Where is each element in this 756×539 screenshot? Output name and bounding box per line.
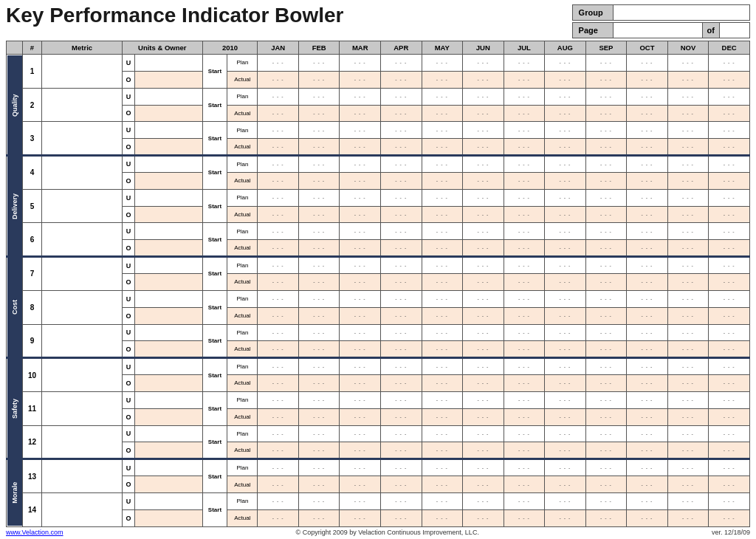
actual-month-jan[interactable]: - - -	[258, 240, 299, 257]
plan-month-sep[interactable]: - - -	[585, 122, 627, 139]
actual-month-jul[interactable]: - - -	[504, 71, 545, 88]
actual-month-apr[interactable]: - - -	[381, 476, 422, 493]
plan-month-dec[interactable]: - - -	[709, 290, 750, 307]
plan-month-aug[interactable]: - - -	[545, 223, 586, 240]
plan-month-may[interactable]: - - -	[422, 122, 463, 139]
actual-month-jul[interactable]: - - -	[504, 172, 545, 189]
plan-month-aug[interactable]: - - -	[545, 492, 586, 509]
actual-month-dec[interactable]: - - -	[709, 273, 750, 290]
plan-month-jun[interactable]: - - -	[463, 324, 504, 341]
actual-month-dec[interactable]: - - -	[709, 509, 750, 526]
actual-month-jun[interactable]: - - -	[463, 442, 504, 459]
plan-month-jul[interactable]: - - -	[504, 257, 545, 274]
actual-month-nov[interactable]: - - -	[667, 139, 709, 156]
plan-month-feb[interactable]: - - -	[298, 257, 340, 274]
plan-month-apr[interactable]: - - -	[381, 290, 422, 307]
plan-month-apr[interactable]: - - -	[381, 257, 422, 274]
plan-month-jan[interactable]: - - -	[258, 290, 299, 307]
unit-value[interactable]	[134, 492, 202, 509]
actual-month-feb[interactable]: - - -	[298, 139, 340, 156]
actual-month-aug[interactable]: - - -	[545, 509, 586, 526]
actual-month-aug[interactable]: - - -	[545, 307, 586, 324]
actual-month-feb[interactable]: - - -	[298, 71, 340, 88]
plan-month-sep[interactable]: - - -	[585, 257, 627, 274]
plan-month-nov[interactable]: - - -	[667, 156, 709, 173]
actual-month-jun[interactable]: - - -	[463, 341, 504, 358]
metric-cell[interactable]	[42, 55, 123, 89]
unit-value[interactable]	[134, 55, 202, 72]
metric-cell[interactable]	[42, 290, 123, 324]
owner-value[interactable]	[134, 71, 202, 88]
plan-month-jun[interactable]: - - -	[463, 492, 504, 509]
actual-month-apr[interactable]: - - -	[381, 442, 422, 459]
plan-month-apr[interactable]: - - -	[381, 391, 422, 408]
plan-month-aug[interactable]: - - -	[545, 88, 586, 105]
actual-month-nov[interactable]: - - -	[667, 273, 709, 290]
actual-month-apr[interactable]: - - -	[381, 509, 422, 526]
actual-month-apr[interactable]: - - -	[381, 139, 422, 156]
plan-month-sep[interactable]: - - -	[585, 223, 627, 240]
actual-month-jul[interactable]: - - -	[504, 509, 545, 526]
plan-month-jan[interactable]: - - -	[258, 425, 299, 442]
actual-month-jun[interactable]: - - -	[463, 509, 504, 526]
plan-month-jan[interactable]: - - -	[258, 324, 299, 341]
plan-month-jan[interactable]: - - -	[258, 223, 299, 240]
actual-month-jan[interactable]: - - -	[258, 139, 299, 156]
actual-month-jun[interactable]: - - -	[463, 71, 504, 88]
actual-month-mar[interactable]: - - -	[340, 509, 381, 526]
actual-month-jun[interactable]: - - -	[463, 206, 504, 223]
actual-month-feb[interactable]: - - -	[298, 375, 340, 392]
actual-month-may[interactable]: - - -	[422, 240, 463, 257]
actual-month-jul[interactable]: - - -	[504, 408, 545, 425]
plan-month-jan[interactable]: - - -	[258, 55, 299, 72]
plan-month-oct[interactable]: - - -	[627, 55, 668, 72]
plan-month-oct[interactable]: - - -	[627, 425, 668, 442]
actual-month-apr[interactable]: - - -	[381, 408, 422, 425]
actual-month-oct[interactable]: - - -	[627, 273, 668, 290]
actual-month-jan[interactable]: - - -	[258, 476, 299, 493]
plan-month-sep[interactable]: - - -	[585, 425, 627, 442]
plan-month-feb[interactable]: - - -	[298, 425, 340, 442]
actual-month-feb[interactable]: - - -	[298, 509, 340, 526]
plan-month-apr[interactable]: - - -	[381, 223, 422, 240]
actual-month-mar[interactable]: - - -	[340, 442, 381, 459]
actual-month-nov[interactable]: - - -	[667, 105, 709, 122]
owner-value[interactable]	[134, 408, 202, 425]
actual-month-may[interactable]: - - -	[422, 408, 463, 425]
actual-month-oct[interactable]: - - -	[627, 341, 668, 358]
plan-month-nov[interactable]: - - -	[667, 425, 709, 442]
actual-month-feb[interactable]: - - -	[298, 408, 340, 425]
plan-month-dec[interactable]: - - -	[709, 425, 750, 442]
plan-month-apr[interactable]: - - -	[381, 122, 422, 139]
actual-month-sep[interactable]: - - -	[585, 442, 627, 459]
actual-month-jan[interactable]: - - -	[258, 206, 299, 223]
plan-month-oct[interactable]: - - -	[627, 223, 668, 240]
plan-month-mar[interactable]: - - -	[340, 223, 381, 240]
plan-month-may[interactable]: - - -	[422, 425, 463, 442]
plan-month-jan[interactable]: - - -	[258, 88, 299, 105]
actual-month-apr[interactable]: - - -	[381, 341, 422, 358]
plan-month-mar[interactable]: - - -	[340, 391, 381, 408]
metric-cell[interactable]	[42, 459, 123, 493]
actual-month-dec[interactable]: - - -	[709, 172, 750, 189]
actual-month-aug[interactable]: - - -	[545, 71, 586, 88]
plan-month-jun[interactable]: - - -	[463, 223, 504, 240]
actual-month-mar[interactable]: - - -	[340, 206, 381, 223]
plan-month-dec[interactable]: - - -	[709, 55, 750, 72]
plan-month-feb[interactable]: - - -	[298, 223, 340, 240]
actual-month-sep[interactable]: - - -	[585, 408, 627, 425]
actual-month-sep[interactable]: - - -	[585, 105, 627, 122]
plan-month-nov[interactable]: - - -	[667, 257, 709, 274]
owner-value[interactable]	[134, 375, 202, 392]
actual-month-aug[interactable]: - - -	[545, 375, 586, 392]
plan-month-oct[interactable]: - - -	[627, 88, 668, 105]
plan-month-sep[interactable]: - - -	[585, 391, 627, 408]
owner-value[interactable]	[134, 341, 202, 358]
plan-month-oct[interactable]: - - -	[627, 391, 668, 408]
plan-month-jun[interactable]: - - -	[463, 122, 504, 139]
actual-month-aug[interactable]: - - -	[545, 341, 586, 358]
owner-value[interactable]	[134, 206, 202, 223]
actual-month-nov[interactable]: - - -	[667, 341, 709, 358]
plan-month-may[interactable]: - - -	[422, 223, 463, 240]
actual-month-apr[interactable]: - - -	[381, 307, 422, 324]
